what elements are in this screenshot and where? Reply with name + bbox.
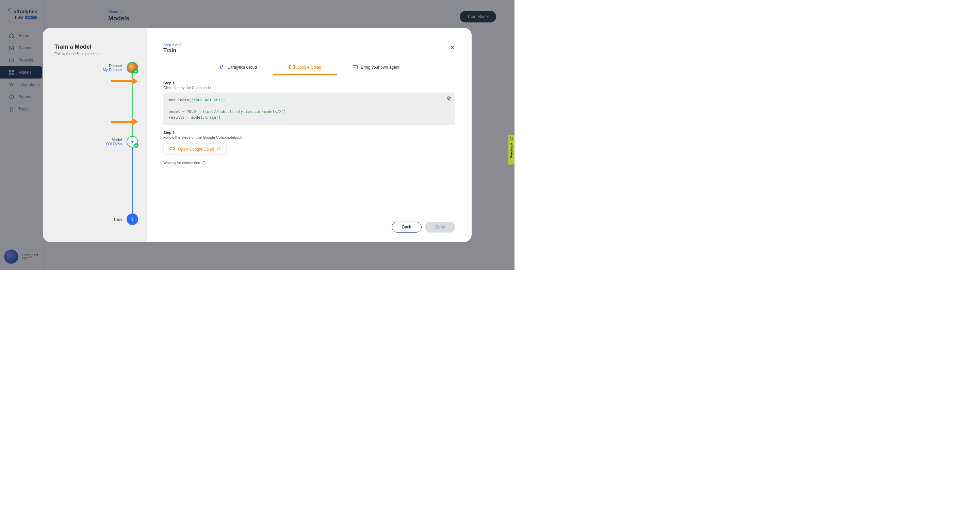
spinner-icon	[202, 161, 206, 165]
feedback-label: Feedback	[510, 143, 513, 158]
step2-desc: Follow the steps on the Google Colab not…	[163, 135, 455, 140]
open-colab-button[interactable]: Open Google Colab	[163, 143, 227, 155]
tab-label: Ultralytics Cloud	[227, 65, 257, 70]
terminal-icon	[353, 65, 358, 70]
svg-point-8	[222, 65, 223, 67]
stepper-line-done	[132, 68, 133, 142]
waiting-status: Waiting for connection	[163, 161, 455, 165]
step-labels: Train	[113, 217, 122, 221]
step-title: Train	[163, 48, 455, 54]
tab-label: Bring your own agent	[361, 65, 399, 70]
step2-block: Step 2 Follow the steps on the Google Co…	[163, 130, 455, 165]
step-counter: Step 3 of 3	[163, 43, 455, 47]
code-snippet[interactable]: hub.login('YOUR_API_KEY') model = YOLO('…	[163, 92, 455, 125]
feedback-tab[interactable]: Feedback	[508, 135, 514, 165]
close-modal-button[interactable]: ✕	[450, 44, 455, 51]
back-button[interactable]: Back	[392, 222, 422, 233]
step1-desc: Click to copy the Colab code	[163, 86, 455, 90]
step-node-model[interactable]: Model YOLOv8n	[105, 136, 138, 148]
svg-rect-11	[448, 97, 450, 100]
open-colab-label: Open Google Colab	[178, 147, 214, 152]
svg-rect-9	[353, 66, 358, 69]
model-node-icon	[127, 136, 138, 148]
step-label: Model	[105, 138, 122, 142]
train-tabs: Ultralytics Cloud Google Colab Bring you…	[163, 61, 455, 75]
step1-label: Step 1	[163, 81, 455, 85]
svg-point-12	[510, 137, 513, 140]
check-icon	[134, 69, 138, 74]
step2-label: Step 2	[163, 130, 455, 135]
smile-icon	[509, 136, 514, 141]
train-model-modal: Train a Model Follow these 3 simple step…	[43, 28, 472, 242]
stepper: Dataset My Dataset Model YOLOv8n Tra	[43, 62, 147, 233]
check-icon	[134, 143, 138, 148]
copy-icon	[447, 97, 452, 102]
step-node-dataset[interactable]: Dataset My Dataset	[103, 62, 138, 73]
tab-label: Google Colab	[296, 65, 321, 70]
colab-icon	[288, 65, 294, 70]
step-labels: Model YOLOv8n	[105, 138, 122, 146]
colab-icon	[169, 146, 175, 152]
step-value: YOLOv8n	[105, 142, 122, 146]
close-icon: ✕	[450, 44, 455, 50]
dataset-thumb-icon	[127, 62, 138, 73]
svg-rect-10	[449, 98, 451, 100]
train-step-number-icon: 3	[127, 214, 138, 225]
tab-bring-agent[interactable]: Bring your own agent	[337, 61, 415, 75]
step-node-train[interactable]: Train 3	[113, 214, 138, 225]
ultralytics-cloud-icon	[219, 65, 224, 70]
tab-ultralytics-cloud[interactable]: Ultralytics Cloud	[204, 61, 272, 75]
step-value: My Dataset	[103, 68, 122, 72]
step1-block: Step 1 Click to copy the Colab code hub.…	[163, 81, 455, 125]
modal-content-pane: Step 3 of 3 Train ✕ Ultralytics Cloud Go…	[147, 28, 472, 242]
external-link-icon	[217, 146, 221, 152]
copy-code-button[interactable]	[447, 96, 452, 102]
step-label: Train	[113, 217, 122, 221]
modal-subtitle: Follow these 3 simple steps	[54, 52, 137, 56]
tab-google-colab[interactable]: Google Colab	[272, 61, 337, 75]
step-label: Dataset	[103, 63, 122, 68]
stepper-line-active	[132, 142, 133, 219]
modal-stepper-pane: Train a Model Follow these 3 simple step…	[43, 28, 147, 242]
modal-footer: Back Done	[392, 222, 455, 233]
modal-title: Train a Model	[54, 43, 137, 50]
done-button[interactable]: Done	[425, 222, 455, 233]
step-labels: Dataset My Dataset	[103, 63, 122, 72]
waiting-label: Waiting for connection	[163, 161, 200, 165]
